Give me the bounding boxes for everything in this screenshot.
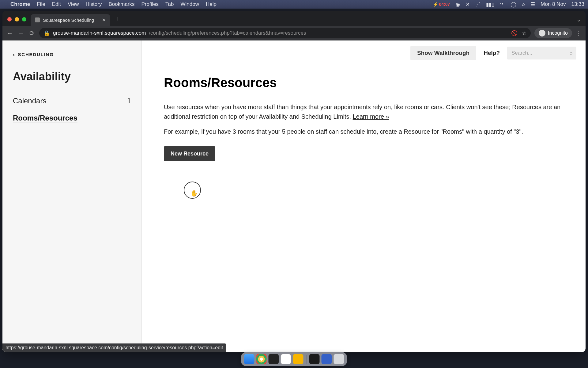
dock-terminal-icon[interactable] (269, 354, 279, 364)
url-path: /config/scheduling/preferences.php?tab=c… (149, 30, 306, 36)
main-area: Show Walkthrough Help? ⌕ Rooms/Resources… (142, 40, 586, 352)
incognito-icon (539, 30, 545, 36)
forward-button[interactable]: → (17, 30, 24, 37)
dock-separator (306, 355, 307, 364)
address-bar[interactable]: 🔒 grouse-mandarin-sxnl.squarespace.com/c… (39, 28, 531, 38)
back-to-scheduling[interactable]: ‹ SCHEDULING (13, 51, 131, 58)
window-maximize-icon[interactable] (22, 17, 26, 21)
show-walkthrough-button[interactable]: Show Walkthrough (410, 46, 476, 60)
chrome-window: Squarespace Scheduling ✕ ＋ ⌄ ← → ⟳ 🔒 gro… (2, 11, 586, 352)
status-icon-3[interactable]: ⋰ (475, 1, 481, 8)
learn-more-link[interactable]: Learn more » (353, 113, 389, 120)
status-icon-2[interactable]: ✕ (466, 1, 470, 8)
sidebar-item-count: 1 (127, 97, 131, 105)
chrome-tabstrip: Squarespace Scheduling ✕ ＋ ⌄ (2, 11, 586, 26)
menubar-item-history[interactable]: History (85, 1, 102, 7)
sidebar: ‹ SCHEDULING Availability Calendars 1 Ro… (2, 40, 142, 352)
power-icon[interactable]: ▮▮▯ (486, 1, 494, 8)
tab-close-icon[interactable]: ✕ (102, 17, 106, 23)
sidebar-item-label: Rooms/Resources (13, 114, 77, 122)
new-resource-button[interactable]: New Resource (164, 146, 215, 161)
chevron-left-icon: ‹ (13, 51, 15, 58)
spotlight-icon[interactable]: ⌕ (522, 1, 525, 7)
new-tab-button[interactable]: ＋ (115, 14, 121, 23)
menubar-item-tab[interactable]: Tab (165, 1, 174, 7)
menubar-appname[interactable]: Chrome (10, 1, 30, 7)
incognito-indicator[interactable]: Incognito (534, 28, 572, 38)
search-input[interactable] (507, 47, 576, 59)
menubar-item-file[interactable]: File (37, 1, 45, 7)
dock-trash-icon[interactable] (334, 354, 344, 364)
eye-off-icon[interactable]: 🚫 (511, 30, 518, 36)
battery-status-icon[interactable]: ⚡04:07 (433, 2, 450, 7)
lock-icon: 🔒 (43, 30, 50, 36)
tabs-dropdown-icon[interactable]: ⌄ (577, 17, 581, 23)
menubar-item-view[interactable]: View (68, 1, 79, 7)
menubar-clock[interactable]: 13:33 (571, 1, 584, 7)
status-icon-1[interactable]: ◉ (455, 1, 460, 8)
tab-title: Squarespace Scheduling (43, 17, 94, 23)
menubar-item-window[interactable]: Window (181, 1, 199, 7)
macos-menubar: Chrome File Edit View History Bookmarks … (0, 0, 588, 9)
back-button[interactable]: ← (6, 30, 13, 37)
chrome-toolbar: ← → ⟳ 🔒 grouse-mandarin-sxnl.squarespace… (2, 26, 586, 40)
example-paragraph: For example, if you have 3 rooms that yo… (164, 128, 572, 135)
sidebar-item-rooms-resources[interactable]: Rooms/Resources (13, 114, 131, 122)
dock-finder-icon[interactable] (244, 354, 254, 364)
dock-app-icon[interactable] (293, 354, 303, 364)
window-close-icon[interactable] (7, 17, 12, 21)
dock-notes-icon[interactable] (281, 354, 291, 364)
wifi-icon[interactable]: ᯤ (500, 1, 505, 7)
page-content: ‹ SCHEDULING Availability Calendars 1 Ro… (2, 40, 586, 352)
menubar-item-bookmarks[interactable]: Bookmarks (108, 1, 134, 7)
page-title: Rooms/Resources (164, 75, 572, 90)
user-icon[interactable]: ◯ (511, 1, 516, 8)
top-actions: Show Walkthrough Help? ⌕ (410, 46, 576, 60)
sidebar-title: Availability (13, 70, 131, 83)
dock-chrome-icon[interactable] (256, 354, 267, 364)
sidebar-item-calendars[interactable]: Calendars 1 (13, 97, 131, 105)
search-icon[interactable]: ⌕ (570, 50, 573, 56)
chrome-menu-icon[interactable]: ⋮ (576, 29, 582, 37)
status-bar: https://grouse-mandarin-sxnl.squarespace… (2, 343, 226, 352)
menubar-date[interactable]: Mon 8 Nov (541, 1, 566, 7)
back-label: SCHEDULING (18, 52, 54, 57)
dock-app3-icon[interactable] (322, 354, 332, 364)
intro-paragraph: Use resources when you have more staff t… (164, 102, 562, 121)
window-minimize-icon[interactable] (15, 17, 19, 21)
dock-app2-icon[interactable] (309, 354, 320, 364)
url-host: grouse-mandarin-sxnl.squarespace.com (53, 30, 146, 36)
tab-favicon-icon (35, 17, 40, 22)
menubar-item-edit[interactable]: Edit (52, 1, 61, 7)
macos-dock (241, 352, 347, 366)
menubar-item-profiles[interactable]: Profiles (141, 1, 159, 7)
bookmark-star-icon[interactable]: ☆ (522, 30, 526, 36)
help-link[interactable]: Help? (484, 50, 500, 56)
control-center-icon[interactable]: ☰ (530, 1, 535, 8)
reload-button[interactable]: ⟳ (28, 29, 36, 37)
sidebar-item-label: Calendars (13, 97, 46, 105)
menubar-item-help[interactable]: Help (206, 1, 217, 7)
browser-tab[interactable]: Squarespace Scheduling ✕ (31, 14, 110, 26)
incognito-label: Incognito (548, 30, 568, 36)
